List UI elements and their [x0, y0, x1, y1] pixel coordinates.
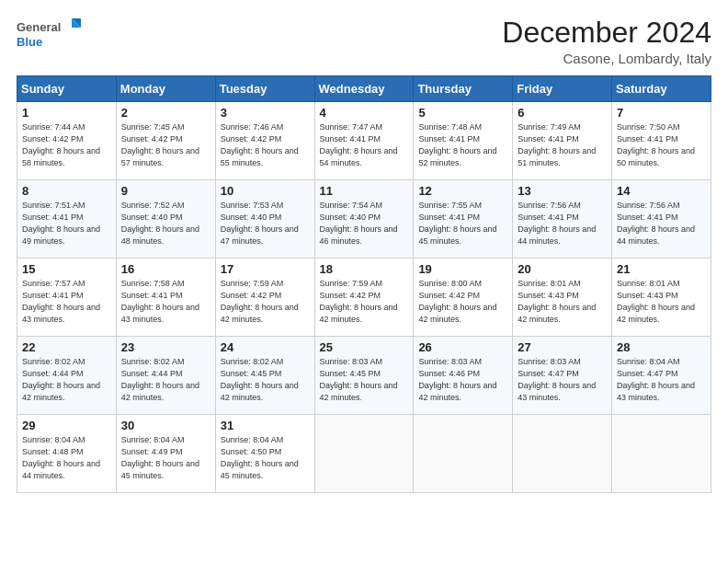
table-cell: 10 Sunrise: 7:53 AMSunset: 4:40 PMDaylig… [215, 180, 314, 259]
day-number: 23 [121, 340, 210, 354]
table-cell: 22 Sunrise: 8:02 AMSunset: 4:44 PMDaylig… [17, 337, 117, 415]
table-cell: 9 Sunrise: 7:52 AMSunset: 4:40 PMDayligh… [116, 180, 215, 259]
cell-text: Sunrise: 7:49 AMSunset: 4:41 PMDaylight:… [518, 122, 596, 167]
table-cell: 14 Sunrise: 7:56 AMSunset: 4:41 PMDaylig… [612, 180, 711, 259]
table-cell: 18 Sunrise: 7:59 AMSunset: 4:42 PMDaylig… [314, 259, 414, 337]
day-number: 9 [121, 184, 210, 198]
day-number: 26 [418, 340, 507, 354]
col-sunday: Sunday [17, 76, 117, 102]
day-number: 6 [518, 106, 607, 120]
table-cell: 21 Sunrise: 8:01 AMSunset: 4:43 PMDaylig… [612, 259, 711, 337]
day-number: 8 [22, 184, 111, 198]
cell-text: Sunrise: 7:56 AMSunset: 4:41 PMDaylight:… [617, 201, 695, 246]
cell-text: Sunrise: 8:03 AMSunset: 4:46 PMDaylight:… [418, 357, 496, 402]
col-saturday: Saturday [612, 76, 711, 102]
logo-svg: General Blue [17, 17, 81, 53]
table-cell: 11 Sunrise: 7:54 AMSunset: 4:40 PMDaylig… [314, 180, 414, 259]
cell-text: Sunrise: 8:04 AMSunset: 4:50 PMDaylight:… [221, 435, 299, 480]
header-row: Sunday Monday Tuesday Wednesday Thursday… [17, 76, 711, 102]
day-number: 25 [320, 340, 409, 354]
col-wednesday: Wednesday [314, 76, 414, 102]
cell-text: Sunrise: 7:55 AMSunset: 4:41 PMDaylight:… [418, 201, 496, 246]
location: Casone, Lombardy, Italy [502, 51, 711, 66]
cell-text: Sunrise: 7:53 AMSunset: 4:40 PMDaylight:… [221, 201, 299, 246]
cell-text: Sunrise: 7:51 AMSunset: 4:41 PMDaylight:… [22, 201, 100, 246]
table-cell: 24 Sunrise: 8:02 AMSunset: 4:45 PMDaylig… [215, 337, 314, 415]
table-cell [314, 415, 414, 493]
cell-text: Sunrise: 8:00 AMSunset: 4:42 PMDaylight:… [418, 279, 496, 324]
calendar-row: 1 Sunrise: 7:44 AMSunset: 4:42 PMDayligh… [17, 102, 711, 180]
day-number: 11 [320, 184, 409, 198]
table-cell: 16 Sunrise: 7:58 AMSunset: 4:41 PMDaylig… [116, 259, 215, 337]
day-number: 4 [320, 106, 409, 120]
table-cell [612, 415, 711, 493]
col-thursday: Thursday [414, 76, 513, 102]
table-cell: 28 Sunrise: 8:04 AMSunset: 4:47 PMDaylig… [612, 337, 711, 415]
table-cell: 25 Sunrise: 8:03 AMSunset: 4:45 PMDaylig… [314, 337, 414, 415]
table-cell: 17 Sunrise: 7:59 AMSunset: 4:42 PMDaylig… [215, 259, 314, 337]
calendar-row: 22 Sunrise: 8:02 AMSunset: 4:44 PMDaylig… [17, 337, 711, 415]
cell-text: Sunrise: 8:04 AMSunset: 4:48 PMDaylight:… [22, 435, 100, 480]
day-number: 3 [221, 106, 310, 120]
day-number: 13 [518, 184, 607, 198]
cell-text: Sunrise: 7:56 AMSunset: 4:41 PMDaylight:… [518, 201, 596, 246]
cell-text: Sunrise: 8:03 AMSunset: 4:45 PMDaylight:… [320, 357, 398, 402]
day-number: 24 [221, 340, 310, 354]
day-number: 1 [22, 106, 111, 120]
logo: General Blue [17, 17, 81, 53]
calendar-row: 29 Sunrise: 8:04 AMSunset: 4:48 PMDaylig… [17, 415, 711, 493]
table-cell: 2 Sunrise: 7:45 AMSunset: 4:42 PMDayligh… [116, 102, 215, 180]
cell-text: Sunrise: 7:52 AMSunset: 4:40 PMDaylight:… [121, 201, 199, 246]
day-number: 22 [22, 340, 111, 354]
day-number: 21 [617, 262, 706, 276]
table-cell: 26 Sunrise: 8:03 AMSunset: 4:46 PMDaylig… [414, 337, 513, 415]
cell-text: Sunrise: 8:04 AMSunset: 4:49 PMDaylight:… [121, 435, 199, 480]
calendar-table: Sunday Monday Tuesday Wednesday Thursday… [17, 75, 711, 493]
cell-text: Sunrise: 8:01 AMSunset: 4:43 PMDaylight:… [617, 279, 695, 324]
day-number: 30 [121, 419, 210, 432]
cell-text: Sunrise: 8:03 AMSunset: 4:47 PMDaylight:… [518, 357, 596, 402]
cell-text: Sunrise: 8:02 AMSunset: 4:45 PMDaylight:… [221, 357, 299, 402]
day-number: 27 [518, 340, 607, 354]
table-cell: 8 Sunrise: 7:51 AMSunset: 4:41 PMDayligh… [17, 180, 117, 259]
day-number: 17 [221, 262, 310, 276]
cell-text: Sunrise: 7:45 AMSunset: 4:42 PMDaylight:… [121, 122, 199, 167]
cell-text: Sunrise: 7:47 AMSunset: 4:41 PMDaylight:… [320, 122, 398, 167]
cell-text: Sunrise: 7:59 AMSunset: 4:42 PMDaylight:… [221, 279, 299, 324]
day-number: 12 [418, 184, 507, 198]
table-cell: 27 Sunrise: 8:03 AMSunset: 4:47 PMDaylig… [513, 337, 612, 415]
table-cell: 1 Sunrise: 7:44 AMSunset: 4:42 PMDayligh… [17, 102, 117, 180]
cell-text: Sunrise: 8:04 AMSunset: 4:47 PMDaylight:… [617, 357, 695, 402]
day-number: 10 [221, 184, 310, 198]
day-number: 2 [121, 106, 210, 120]
cell-text: Sunrise: 7:57 AMSunset: 4:41 PMDaylight:… [22, 279, 100, 324]
table-cell: 13 Sunrise: 7:56 AMSunset: 4:41 PMDaylig… [513, 180, 612, 259]
day-number: 15 [22, 262, 111, 276]
cell-text: Sunrise: 7:44 AMSunset: 4:42 PMDaylight:… [22, 122, 100, 167]
day-number: 31 [221, 419, 310, 432]
table-cell: 5 Sunrise: 7:48 AMSunset: 4:41 PMDayligh… [414, 102, 513, 180]
header: General Blue December 2024 Casone, Lomba… [17, 17, 711, 66]
day-number: 16 [121, 262, 210, 276]
day-number: 18 [320, 262, 409, 276]
table-cell [513, 415, 612, 493]
svg-text:Blue: Blue [17, 35, 42, 49]
calendar-row: 15 Sunrise: 7:57 AMSunset: 4:41 PMDaylig… [17, 259, 711, 337]
col-monday: Monday [116, 76, 215, 102]
cell-text: Sunrise: 7:46 AMSunset: 4:42 PMDaylight:… [221, 122, 299, 167]
table-cell: 15 Sunrise: 7:57 AMSunset: 4:41 PMDaylig… [17, 259, 117, 337]
table-cell: 12 Sunrise: 7:55 AMSunset: 4:41 PMDaylig… [414, 180, 513, 259]
cell-text: Sunrise: 7:48 AMSunset: 4:41 PMDaylight:… [418, 122, 496, 167]
day-number: 20 [518, 262, 607, 276]
table-cell [414, 415, 513, 493]
table-cell: 4 Sunrise: 7:47 AMSunset: 4:41 PMDayligh… [314, 102, 414, 180]
col-friday: Friday [513, 76, 612, 102]
col-tuesday: Tuesday [215, 76, 314, 102]
table-cell: 7 Sunrise: 7:50 AMSunset: 4:41 PMDayligh… [612, 102, 711, 180]
calendar-row: 8 Sunrise: 7:51 AMSunset: 4:41 PMDayligh… [17, 180, 711, 259]
calendar-page: General Blue December 2024 Casone, Lomba… [0, 0, 728, 563]
cell-text: Sunrise: 7:54 AMSunset: 4:40 PMDaylight:… [320, 201, 398, 246]
table-cell: 29 Sunrise: 8:04 AMSunset: 4:48 PMDaylig… [17, 415, 117, 493]
day-number: 5 [418, 106, 507, 120]
day-number: 14 [617, 184, 706, 198]
